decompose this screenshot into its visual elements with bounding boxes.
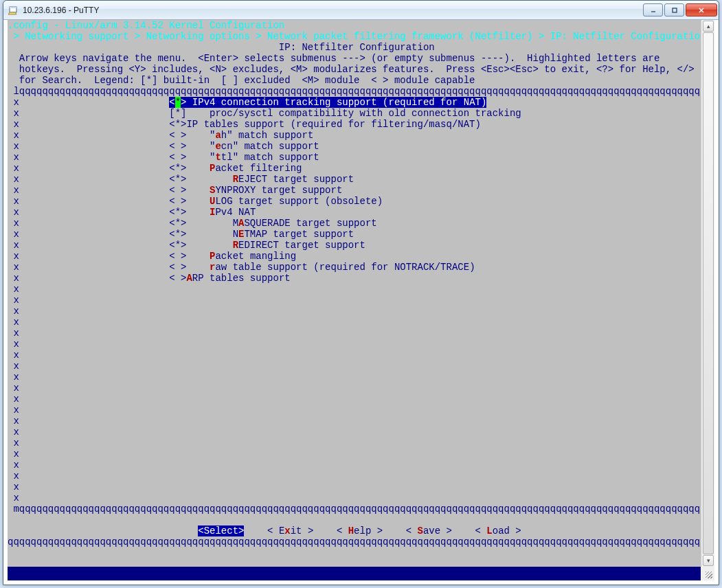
window-controls <box>643 3 717 16</box>
vertical-scrollbar[interactable]: ▴ ▾ <box>701 20 714 567</box>
minimize-button[interactable] <box>643 3 663 16</box>
putty-window: 10.23.6.196 - PuTTY .config - Linux/arm … <box>3 0 719 585</box>
svg-rect-1 <box>10 7 16 8</box>
close-button[interactable] <box>686 3 717 16</box>
scroll-up-arrow[interactable]: ▴ <box>703 21 714 32</box>
titlebar[interactable]: 10.23.6.196 - PuTTY <box>3 1 719 20</box>
terminal-container: .config - Linux/arm 3.14.52 Kernel Confi… <box>8 20 714 580</box>
maximize-button[interactable] <box>664 3 684 16</box>
scroll-thumb[interactable] <box>703 32 714 554</box>
scroll-down-arrow[interactable]: ▾ <box>703 555 714 566</box>
resize-grip[interactable] <box>701 567 714 580</box>
window-title: 10.23.6.196 - PuTTY <box>23 5 99 15</box>
terminal[interactable]: .config - Linux/arm 3.14.52 Kernel Confi… <box>8 20 701 567</box>
putty-icon <box>8 5 19 16</box>
svg-rect-3 <box>673 8 677 12</box>
